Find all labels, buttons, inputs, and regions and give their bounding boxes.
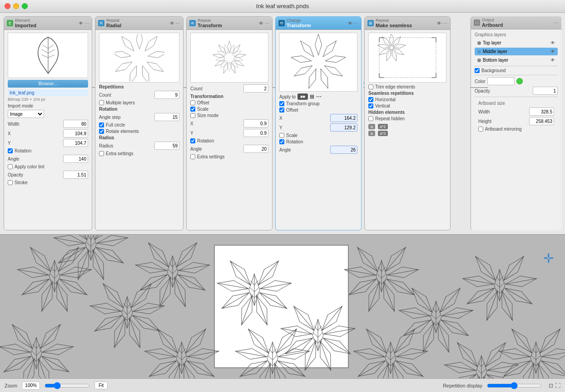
import-mode-select[interactable]: Image [8, 110, 44, 118]
titlebar-buttons[interactable] [5, 3, 28, 9]
tr-offset-checkbox[interactable] [190, 100, 195, 105]
hidden-elements-label: Hidden elements [368, 110, 405, 115]
artboard-mirroring-checkbox[interactable] [478, 127, 483, 132]
preview-area: ✛ [0, 235, 565, 378]
top-layer-item[interactable]: Top layer 👁 [475, 39, 558, 47]
tr-x-input[interactable] [243, 119, 268, 127]
extra-settings-checkbox[interactable] [99, 151, 104, 156]
opacity-input[interactable] [63, 171, 88, 179]
ct-offset-checkbox[interactable] [279, 108, 284, 113]
middle-layer-name: Middle layer [483, 49, 549, 54]
x-label: X [8, 131, 11, 136]
y-input[interactable]: 104.7 [63, 139, 88, 147]
change-eye[interactable]: 👁 [348, 21, 352, 26]
radial-eye-icon[interactable]: 👁 [170, 21, 174, 26]
ct-rotation-checkbox[interactable] [279, 139, 284, 144]
browse-button[interactable]: Browse... [8, 80, 88, 88]
fullscreen-icon[interactable]: ⛶ [555, 382, 560, 389]
angle-step-input[interactable] [154, 113, 179, 121]
imported-header: E Element Imported 👁 ⋯ [4, 17, 92, 30]
imported-menu-icon[interactable]: ⋯ [84, 21, 89, 26]
ct-x-label: X [279, 116, 282, 121]
close-button[interactable] [5, 3, 10, 9]
maximize-button[interactable] [22, 3, 28, 9]
bottom-layer-item[interactable]: Bottom layer 👁 [475, 56, 558, 64]
extra-settings-row: Extra settings [99, 151, 179, 156]
radial-count-input[interactable] [154, 91, 179, 99]
artboard-height-input[interactable] [529, 117, 554, 125]
fit-button[interactable]: Fit [94, 382, 108, 389]
transform-group-checkbox[interactable] [279, 101, 284, 106]
vertical-row: Vertical [368, 103, 446, 108]
imported-title: Imported [15, 23, 36, 28]
width-label: Width [8, 122, 20, 127]
leaf-preview-svg [35, 35, 62, 76]
tr-extra-checkbox[interactable] [190, 154, 195, 159]
apply-to-toggle[interactable]: ■■ [297, 93, 308, 100]
tr-rotation-checkbox[interactable] [190, 138, 195, 143]
horizontal-checkbox[interactable] [368, 97, 373, 102]
ct-x-input[interactable] [330, 114, 357, 122]
ct-y-input[interactable] [330, 123, 357, 132]
apply-to-grid-btn[interactable]: ⊞ [310, 93, 314, 100]
apply-color-checkbox[interactable] [8, 164, 13, 169]
angle-input[interactable] [63, 155, 88, 163]
trim-edge-checkbox[interactable] [368, 84, 373, 89]
top-layer-eye[interactable]: 👁 [550, 40, 555, 45]
imported-eye-icon[interactable]: 👁 [79, 21, 83, 26]
multiple-layers-label: Multiple layers [106, 100, 135, 105]
x-input[interactable]: 104.9 [63, 129, 88, 137]
output-menu[interactable]: ⋯ [554, 20, 559, 25]
tr-y-input[interactable] [243, 129, 268, 137]
seamless-eye[interactable]: 👁 [437, 21, 441, 26]
vertical-checkbox[interactable] [368, 103, 373, 108]
color-swatch[interactable] [487, 77, 515, 85]
radial-menu-icon[interactable]: ⋯ [176, 21, 180, 26]
seamless-menu[interactable]: ⋯ [443, 21, 447, 26]
rep-display-slider[interactable] [487, 382, 541, 389]
output-opacity-input[interactable] [533, 87, 558, 95]
output-opacity-row: Opacity [475, 87, 558, 95]
tr-count-label: Count [190, 86, 203, 91]
full-circle-row: Full circle [99, 122, 179, 127]
tr-count-input[interactable] [243, 84, 268, 93]
apply-color-row: Apply color tint [8, 164, 88, 169]
output-header: □ Output Artboard ⋯ [471, 16, 561, 29]
artboard-size-section: Artboard size Width Height Artboard mirr… [475, 99, 558, 135]
change-title: Transform [287, 23, 311, 28]
width-input[interactable]: 80 [63, 120, 88, 128]
apply-to-extra-btn[interactable]: ⋯ [316, 93, 322, 100]
change-menu[interactable]: ⋯ [354, 21, 358, 26]
tr-sizemode-checkbox[interactable] [190, 113, 195, 118]
radius-input[interactable] [154, 142, 179, 150]
tr-angle-label: Angle [190, 147, 202, 152]
stroke-checkbox[interactable] [8, 180, 13, 185]
transform-repeat-menu[interactable]: ⋯ [265, 21, 269, 26]
tr-x-row: X [190, 119, 268, 127]
zoom-input[interactable] [22, 382, 40, 390]
radius-section-label: Radius [99, 135, 114, 140]
tr-angle-input[interactable] [243, 145, 268, 153]
full-circle-checkbox[interactable] [99, 122, 104, 127]
radial-count-row: Count [99, 91, 179, 99]
rotate-elements-checkbox[interactable] [99, 129, 104, 134]
background-checkbox[interactable] [475, 68, 480, 73]
repeat-hidden-checkbox[interactable] [368, 116, 373, 121]
multiple-layers-checkbox[interactable] [99, 100, 104, 105]
middle-layer-eye[interactable]: 👁 [550, 49, 555, 54]
artboard-width-input[interactable] [529, 108, 554, 116]
bottom-layer-dot [477, 59, 481, 62]
transform-repeat-eye[interactable]: 👁 [259, 21, 263, 26]
middle-layer-item[interactable]: Middle layer 👁 [475, 48, 558, 55]
bottom-layer-eye[interactable]: 👁 [550, 58, 555, 63]
tr-scale-checkbox[interactable] [190, 107, 195, 112]
rotation-checkbox[interactable] [8, 148, 13, 153]
zoom-slider[interactable] [45, 382, 90, 389]
ct-scale-checkbox[interactable] [279, 133, 284, 138]
ct-angle-input[interactable] [330, 146, 357, 154]
single-view-icon[interactable]: ⊡ [549, 382, 553, 389]
minimize-button[interactable] [13, 3, 19, 9]
tr-offset-label: Offset [197, 100, 209, 105]
horizontal-row: Horizontal [368, 97, 446, 102]
transform-group-row: Transform group [279, 101, 357, 106]
